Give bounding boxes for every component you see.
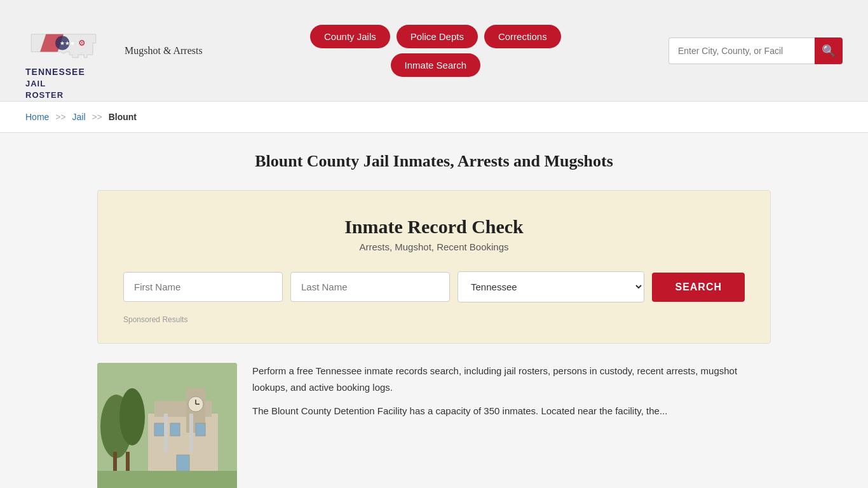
- first-name-input[interactable]: [123, 272, 283, 302]
- site-logo[interactable]: ★★★ ⚙ TENNESSEE JAIL ROSTER: [25, 25, 102, 76]
- breadcrumb: Home >> Jail >> Blount: [25, 112, 843, 122]
- description-paragraph-1: Perform a free Tennessee inmate records …: [252, 363, 771, 395]
- nav-inmate-search[interactable]: Inmate Search: [391, 53, 481, 77]
- last-name-input[interactable]: [290, 272, 450, 302]
- nav-corrections[interactable]: Corrections: [484, 25, 561, 48]
- page-title: Blount County Jail Inmates, Arrests and …: [97, 152, 771, 171]
- logo-area: ★★★ ⚙ TENNESSEE JAIL ROSTER Mugshot & Ar…: [25, 25, 203, 76]
- site-header: ★★★ ⚙ TENNESSEE JAIL ROSTER Mugshot & Ar…: [0, 0, 868, 102]
- nav-row-bottom: Inmate Search: [391, 53, 481, 77]
- svg-rect-20: [97, 471, 237, 488]
- nav-police-depts[interactable]: Police Depts: [397, 25, 478, 48]
- record-check-box: Inmate Record Check Arrests, Mugshot, Re…: [97, 190, 771, 344]
- header-search-area: 🔍: [668, 37, 843, 64]
- record-check-title: Inmate Record Check: [123, 216, 745, 238]
- svg-rect-6: [126, 452, 130, 471]
- jail-image: [97, 363, 237, 488]
- svg-rect-19: [189, 414, 193, 452]
- header-search-button[interactable]: 🔍: [815, 37, 843, 64]
- description-area: Perform a free Tennessee inmate records …: [252, 363, 771, 427]
- nav-county-jails[interactable]: County Jails: [310, 25, 390, 48]
- svg-rect-18: [164, 414, 168, 452]
- search-icon: 🔍: [822, 44, 836, 58]
- nav-row-top: County Jails Police Depts Corrections: [310, 25, 561, 48]
- svg-rect-14: [154, 423, 164, 436]
- breadcrumb-sep1: >>: [55, 112, 65, 122]
- svg-point-5: [119, 388, 145, 445]
- inmate-search-button[interactable]: SEARCH: [652, 273, 745, 302]
- breadcrumb-jail[interactable]: Jail: [72, 112, 86, 122]
- mugshot-label: Mugshot & Arrests: [125, 45, 203, 57]
- breadcrumb-sep2: >>: [92, 112, 102, 122]
- breadcrumb-home[interactable]: Home: [25, 112, 49, 122]
- inmate-search-form: Tennessee Alabama Georgia Kentucky Virgi…: [123, 271, 745, 302]
- record-check-subtitle: Arrests, Mugshot, Recent Bookings: [123, 241, 745, 252]
- breadcrumb-bar: Home >> Jail >> Blount: [0, 102, 868, 133]
- state-select[interactable]: Tennessee Alabama Georgia Kentucky Virgi…: [458, 271, 644, 302]
- svg-text:⚙: ⚙: [78, 38, 86, 48]
- svg-rect-16: [196, 423, 205, 436]
- sponsored-label: Sponsored Results: [123, 315, 745, 324]
- nav-area: County Jails Police Depts Corrections In…: [310, 25, 561, 77]
- description-paragraph-2: The Blount County Detention Facility has…: [252, 403, 771, 419]
- main-content: Blount County Jail Inmates, Arrests and …: [85, 133, 783, 488]
- svg-rect-15: [170, 423, 180, 436]
- breadcrumb-current: Blount: [109, 112, 137, 122]
- svg-text:★★★: ★★★: [60, 40, 75, 46]
- lower-section: Perform a free Tennessee inmate records …: [97, 363, 771, 488]
- svg-rect-7: [113, 452, 117, 471]
- header-search-input[interactable]: [668, 37, 815, 64]
